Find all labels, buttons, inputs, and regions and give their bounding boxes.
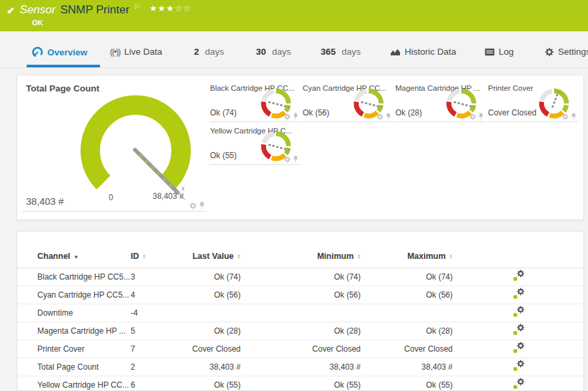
channel-name[interactable]: Black Cartridge HP CC5... xyxy=(17,268,131,286)
ok-check-icon: ✔ xyxy=(7,5,15,17)
channel-settings-icon[interactable] xyxy=(513,271,525,281)
channel-minimum: Cover Closed xyxy=(244,340,364,358)
gauge-max-label: 38,403 # xyxy=(153,191,184,201)
column-header-id[interactable]: ID▲▼ xyxy=(131,245,171,268)
channel-maximum: Ok (55) xyxy=(364,376,456,391)
channel-minimum: Ok (55) xyxy=(244,376,364,391)
tab-2-days[interactable]: 2 days xyxy=(194,47,224,57)
channel-name[interactable]: Magenta Cartridge HP ... xyxy=(17,322,131,340)
channel-minimum: Ok (28) xyxy=(244,322,364,340)
area-chart-icon xyxy=(390,47,401,57)
gauge-yellow-cartridge: Yellow Cartridge HP C... Ok (55) xyxy=(209,126,301,165)
tab-30-days[interactable]: 30 days xyxy=(256,47,291,57)
gear-icon xyxy=(545,47,554,57)
gauge-current-value: Ok (74) xyxy=(210,108,237,117)
gauge-printer-cover: Printer Cover Cover Closed xyxy=(487,83,579,122)
channel-last-value: Ok (55) xyxy=(171,376,244,391)
channel-id: -4 xyxy=(131,304,171,322)
tab-label: Historic Data xyxy=(405,47,456,57)
object-kind-label: Sensor xyxy=(20,3,56,17)
table-row[interactable]: Total Page Count 2 38,403 # 38,403 # 38,… xyxy=(17,358,585,376)
gauge-settings-gear-icon[interactable] xyxy=(284,113,291,120)
channel-minimum: Ok (74) xyxy=(244,268,364,286)
channel-id: 2 xyxy=(131,358,171,376)
sort-icon: ▲▼ xyxy=(237,254,241,260)
table-row[interactable]: Printer Cover 7 Cover Closed Cover Close… xyxy=(17,340,585,358)
gauges-panel: Total Page Count 0 38,403 # x 38,403 # B… xyxy=(17,75,584,220)
channel-last-value: Ok (74) xyxy=(171,268,244,286)
tab-number: 30 xyxy=(256,47,266,57)
gauge-min-label: 0 xyxy=(109,193,113,202)
column-header-maximum[interactable]: Maximum▲▼ xyxy=(364,245,456,268)
gauge-settings-gear-icon[interactable] xyxy=(377,113,383,120)
column-header-minimum[interactable]: Minimum▲▼ xyxy=(244,245,364,268)
channel-id: 6 xyxy=(131,376,171,391)
tab-number: 2 xyxy=(194,47,199,57)
tab-unit: days xyxy=(205,47,225,57)
channel-settings-icon[interactable] xyxy=(513,361,525,371)
tab-label: Log xyxy=(499,47,514,57)
table-row[interactable]: Yellow Cartridge HP CC... 6 Ok (55) Ok (… xyxy=(17,376,585,391)
channel-maximum: 38,403 # xyxy=(364,358,456,376)
gauge-settings-gear-icon[interactable] xyxy=(189,202,197,210)
table-row[interactable]: Downtime -4 xyxy=(17,304,585,322)
small-gauges-grid: Black Cartridge HP CC... Ok (74) xyxy=(209,83,581,165)
sensor-name: SNMP Printer xyxy=(60,3,129,17)
channel-name[interactable]: Total Page Count xyxy=(17,358,131,376)
gauge-settings-gear-icon[interactable] xyxy=(562,113,569,120)
tab-label: Live Data xyxy=(124,47,162,57)
gauge-pin-icon[interactable] xyxy=(571,113,577,120)
channel-name[interactable]: Downtime xyxy=(17,304,131,322)
column-header-channel[interactable]: Channel▼ xyxy=(17,245,131,268)
gauge-current-value: Ok (28) xyxy=(395,108,422,117)
gauge-pin-icon[interactable] xyxy=(199,202,205,210)
gauge-settings-gear-icon[interactable] xyxy=(469,113,476,120)
channel-settings-icon[interactable] xyxy=(513,379,525,389)
table-row[interactable]: Black Cartridge HP CC5... 3 Ok (74) Ok (… xyxy=(17,268,585,286)
tab-historic-data[interactable]: Historic Data xyxy=(390,47,456,57)
channels-table: Channel▼ ID▲▼ Last Value▲▼ Minimum▲▼ Max… xyxy=(17,245,585,391)
channel-minimum: 38,403 # xyxy=(244,358,364,376)
gauge-current-value: Ok (55) xyxy=(210,151,237,160)
channel-id: 3 xyxy=(131,268,171,286)
live-data-icon: ((•)) xyxy=(110,47,120,57)
flag-icon[interactable]: ⚐ xyxy=(134,3,141,11)
channel-maximum: Ok (56) xyxy=(364,286,456,304)
active-tab-underline xyxy=(27,65,100,67)
tab-live-data[interactable]: ((•)) Live Data xyxy=(110,47,162,57)
channel-settings-icon[interactable] xyxy=(513,307,525,317)
table-row[interactable]: Magenta Cartridge HP ... 5 Ok (28) Ok (2… xyxy=(17,322,585,340)
tab-label: Settings xyxy=(558,47,588,57)
gauge-cyan-cartridge: Cyan Cartridge HP CC... Ok (56) xyxy=(302,83,393,122)
channel-settings-icon[interactable] xyxy=(513,289,525,299)
channels-panel: Channel▼ ID▲▼ Last Value▲▼ Minimum▲▼ Max… xyxy=(17,231,584,391)
column-header-last-value[interactable]: Last Value▲▼ xyxy=(171,245,244,268)
tab-overview[interactable]: Overview xyxy=(32,47,87,58)
tab-log[interactable]: Log xyxy=(485,47,514,57)
channel-last-value: Cover Closed xyxy=(171,340,244,358)
gauge-pin-icon[interactable] xyxy=(478,113,484,120)
gauge-current-value: Ok (56) xyxy=(303,108,329,117)
needle-tip-marker: x xyxy=(181,185,185,192)
table-row[interactable]: Cyan Cartridge HP CC5... 4 Ok (56) Ok (5… xyxy=(17,286,585,304)
gauge-pin-icon[interactable] xyxy=(385,113,391,120)
priority-stars[interactable]: ★★★☆☆ xyxy=(149,3,191,13)
channel-id: 5 xyxy=(131,322,171,340)
tab-settings[interactable]: Settings xyxy=(545,47,588,57)
channel-name[interactable]: Yellow Cartridge HP CC... xyxy=(17,376,131,391)
channel-settings-icon[interactable] xyxy=(513,343,525,353)
tab-label: Overview xyxy=(47,47,87,57)
channel-last-value: 38,403 # xyxy=(171,358,244,376)
gauge-pin-icon[interactable] xyxy=(293,155,299,163)
gauge-pin-icon[interactable] xyxy=(293,113,299,120)
channel-settings-icon[interactable] xyxy=(513,325,525,335)
tab-365-days[interactable]: 365 days xyxy=(321,47,361,57)
gauge-icon xyxy=(32,47,43,58)
prtg-sensor-page: ✔ Sensor SNMP Printer ⚐ ★★★☆☆ OK Overvie… xyxy=(0,0,588,391)
gauge-settings-gear-icon[interactable] xyxy=(284,156,291,163)
gauge-black-cartridge: Black Cartridge HP CC... Ok (74) xyxy=(209,83,301,122)
channel-name[interactable]: Cyan Cartridge HP CC5... xyxy=(17,286,131,304)
channel-maximum xyxy=(364,304,456,322)
tab-unit: days xyxy=(342,47,361,57)
channel-name[interactable]: Printer Cover xyxy=(17,340,131,358)
